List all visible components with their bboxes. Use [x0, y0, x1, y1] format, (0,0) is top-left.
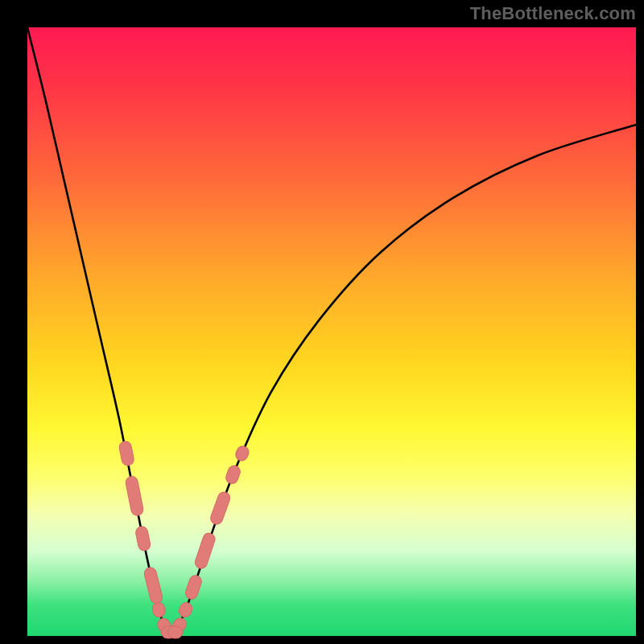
- chart-frame: TheBottleneck.com: [0, 0, 644, 644]
- bottleneck-curve: [27, 27, 636, 633]
- bead: [125, 476, 144, 517]
- bead: [193, 531, 217, 570]
- chart-svg: [27, 27, 636, 636]
- chart-plot-area: [27, 27, 636, 636]
- bead: [134, 526, 151, 552]
- bead: [177, 601, 194, 618]
- watermark-text: TheBottleneck.com: [470, 3, 636, 24]
- bead: [233, 444, 250, 463]
- bead: [143, 566, 164, 605]
- bead-markers: [118, 440, 251, 638]
- bead: [168, 626, 183, 638]
- bead: [225, 464, 242, 485]
- bead: [208, 490, 231, 526]
- bead: [184, 574, 203, 601]
- bead: [151, 601, 167, 618]
- bead: [118, 440, 135, 467]
